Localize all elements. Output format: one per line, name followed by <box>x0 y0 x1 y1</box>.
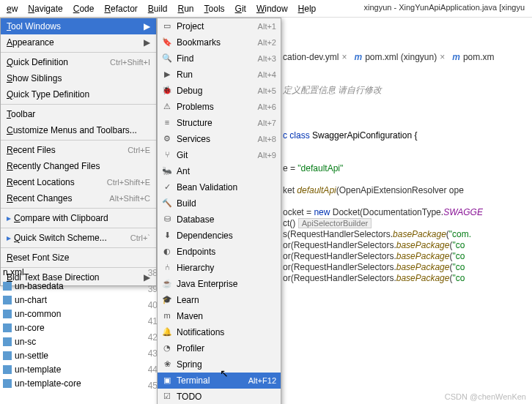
tab[interactable]: cation-dev.yml× <box>283 52 347 62</box>
dependencies-icon: ⬇ <box>162 231 172 241</box>
module-icon <box>3 351 12 360</box>
menu-item-tool-windows[interactable]: Tool Windows▶ <box>1 18 156 34</box>
database-icon: ⛁ <box>162 214 172 225</box>
toolwin-terminal[interactable]: ▣TerminalAlt+F12 <box>158 373 281 389</box>
toolwin-spring[interactable]: ❀Spring <box>158 356 281 373</box>
menu-help[interactable]: Help <box>293 4 322 14</box>
ant-icon: 🐜 <box>162 166 172 176</box>
toolwin-hierarchy[interactable]: ⑃Hierarchy <box>158 260 281 276</box>
notifications-icon: 🔔 <box>162 327 172 337</box>
module-icon <box>3 310 12 318</box>
tab[interactable]: mpom.xml (xingyun)× <box>355 52 446 62</box>
learn-icon: 🎓 <box>162 295 172 305</box>
project-item[interactable]: un-template-core <box>0 376 95 390</box>
hierarchy-icon: ⑃ <box>162 263 172 273</box>
toolwin-todo[interactable]: ☑TODO <box>158 389 281 404</box>
toolwin-dependencies[interactable]: ⬇Dependencies <box>158 228 281 244</box>
run-icon: ▶ <box>162 70 172 80</box>
project-item[interactable]: un-basedata <box>0 279 95 293</box>
menu-run[interactable]: Run <box>173 4 199 14</box>
toolwin-maven[interactable]: mMaven <box>158 308 281 324</box>
editor-tabs: cation-dev.yml×mpom.xml (xingyun)×mpom.x… <box>283 48 495 66</box>
watermark: CSDN @chenWenKen <box>445 392 526 401</box>
spring-icon: ❀ <box>162 359 172 370</box>
module-icon <box>3 337 12 346</box>
toolwin-endpoints[interactable]: ◐Endpoints <box>158 244 281 260</box>
menu-code[interactable]: Code <box>68 4 100 14</box>
module-icon <box>3 282 12 291</box>
git-icon: ⑂ <box>162 150 172 160</box>
toolwin-find[interactable]: 🔍FindAlt+3 <box>158 50 281 67</box>
menu-item-compare-with-clipboard[interactable]: ▸Compare with Clipboard <box>1 210 156 226</box>
menu-item-recent-files[interactable]: Recent FilesCtrl+E <box>1 142 156 158</box>
menu-item-quick-switch-scheme-[interactable]: ▸Quick Switch Scheme...Ctrl+` <box>1 230 156 246</box>
project-icon: ▭ <box>162 21 172 31</box>
toolwin-bookmarks[interactable]: 🔖BookmarksAlt+2 <box>158 34 281 50</box>
tab[interactable]: mpom.xm <box>452 52 494 62</box>
menu-item-show-siblings[interactable]: Show Siblings <box>1 70 156 86</box>
toolwin-build[interactable]: 🔨Build <box>158 195 281 212</box>
project-item[interactable]: un-common <box>0 307 95 321</box>
window-title: xingyun - XingYunApiApplication.java [xi… <box>363 3 525 12</box>
toolwin-git[interactable]: ⑂GitAlt+9 <box>158 147 281 163</box>
code-editor[interactable]: 定义配置信息 请自行修改 c class SwaggerApiConfigura… <box>283 73 483 283</box>
menu-window[interactable]: Window <box>251 4 293 14</box>
menu-item-recently-changed-files[interactable]: Recently Changed Files <box>1 158 156 174</box>
view-menu-dropdown: Tool Windows▶Appearance▶Quick Definition… <box>0 18 157 286</box>
project-item[interactable]: un-core <box>0 321 95 334</box>
menu-item-recent-locations[interactable]: Recent LocationsCtrl+Shift+E <box>1 174 156 190</box>
module-icon <box>3 296 12 304</box>
menu-item-customize-menus-and-toolbars-[interactable]: Customize Menus and Toolbars... <box>1 122 156 138</box>
menu-build[interactable]: Build <box>143 4 173 14</box>
close-icon[interactable]: × <box>341 52 347 62</box>
project-item[interactable]: un-settle <box>0 348 95 362</box>
toolwin-java-enterprise[interactable]: ☕Java Enterprise <box>158 276 281 292</box>
toolwin-learn[interactable]: 🎓Learn <box>158 292 281 308</box>
project-item[interactable]: n.xml <box>0 265 95 279</box>
services-icon: ⚙ <box>162 134 172 144</box>
module-icon <box>3 365 12 374</box>
project-item[interactable]: un-template <box>0 362 95 376</box>
menu-refactor[interactable]: Refactor <box>99 4 142 14</box>
toolwin-debug[interactable]: 🐞DebugAlt+5 <box>158 83 281 99</box>
terminal-icon: ▣ <box>162 375 172 386</box>
toolwin-run[interactable]: ▶RunAlt+4 <box>158 67 281 83</box>
tool-windows-submenu: ▭ProjectAlt+1🔖BookmarksAlt+2🔍FindAlt+3▶R… <box>157 18 281 404</box>
toolwin-notifications[interactable]: 🔔Notifications <box>158 324 281 340</box>
toolwin-bean-validation[interactable]: ✓Bean Validation <box>158 179 281 195</box>
toolwin-database[interactable]: ⛁Database <box>158 212 281 228</box>
menu-item-toolbar[interactable]: Toolbar <box>1 106 156 122</box>
menu-item-reset-font-size[interactable]: Reset Font Size <box>1 250 156 266</box>
menu-tools[interactable]: Tools <box>199 4 230 14</box>
menu-item-quick-definition[interactable]: Quick DefinitionCtrl+Shift+I <box>1 54 156 70</box>
maven-icon: m <box>162 311 172 321</box>
profiler-icon: ◔ <box>162 343 172 354</box>
cursor-icon: ↖ <box>220 367 229 379</box>
endpoints-icon: ◐ <box>162 247 172 257</box>
menu-git[interactable]: Git <box>230 4 251 14</box>
menu-navigate[interactable]: Navigate <box>23 4 67 14</box>
toolwin-services[interactable]: ⚙ServicesAlt+8 <box>158 131 281 147</box>
project-tree[interactable]: n.xmlun-basedataun-chartun-commonun-core… <box>0 265 95 390</box>
project-item[interactable]: un-chart <box>0 293 95 307</box>
module-icon <box>3 323 12 332</box>
toolwin-structure[interactable]: ≡StructureAlt+7 <box>158 115 281 131</box>
menu-ew[interactable]: ew <box>1 4 23 14</box>
module-icon <box>3 379 12 388</box>
close-icon[interactable]: × <box>440 52 445 62</box>
toolwin-problems[interactable]: ⚠ProblemsAlt+6 <box>158 99 281 115</box>
line-gutter: 3839404142434445 <box>141 265 162 394</box>
menu-item-quick-type-definition[interactable]: Quick Type Definition <box>1 86 156 102</box>
menu-item-appearance[interactable]: Appearance▶ <box>1 34 156 50</box>
bean validation-icon: ✓ <box>162 182 172 192</box>
toolwin-ant[interactable]: 🐜Ant <box>158 163 281 179</box>
structure-icon: ≡ <box>162 118 172 128</box>
menu-item-recent-changes[interactable]: Recent ChangesAlt+Shift+C <box>1 190 156 206</box>
problems-icon: ⚠ <box>162 102 172 112</box>
bookmarks-icon: 🔖 <box>162 37 172 48</box>
toolwin-project[interactable]: ▭ProjectAlt+1 <box>158 18 281 34</box>
find-icon: 🔍 <box>162 53 172 64</box>
toolwin-profiler[interactable]: ◔Profiler <box>158 340 281 356</box>
project-item[interactable]: un-sc <box>0 334 95 348</box>
debug-icon: 🐞 <box>162 86 172 96</box>
